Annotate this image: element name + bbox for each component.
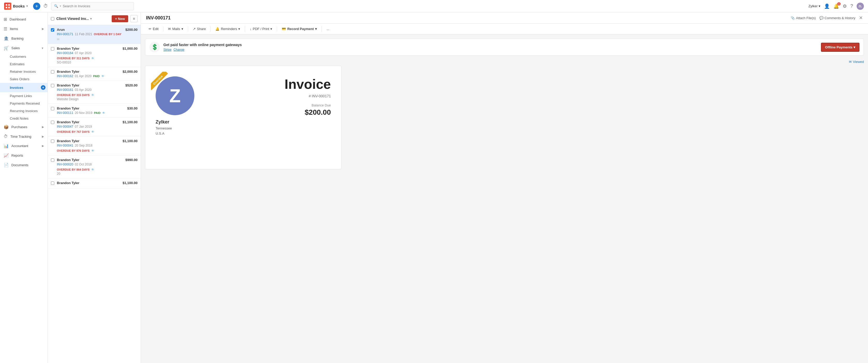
sidebar-item-invoices[interactable]: Invoices + [0,83,48,92]
invoice-sub: 20 [57,172,123,175]
toolbar-divider [163,26,163,32]
invoice-customer-name: Brandon Tyler [57,158,123,162]
table-row[interactable]: Brandon Tyler INV-000041 20 Sep 2018 OVE… [48,136,141,155]
invoices-add-icon[interactable]: + [41,85,45,90]
global-add-button[interactable]: + [33,3,40,10]
history-icon[interactable]: ⏱ [43,3,48,9]
new-invoice-button[interactable]: + New [112,15,128,22]
offline-payments-label: Offline Payments [825,45,852,49]
invoice-date: 07 Apr 2020 [75,51,92,55]
sidebar-label-sales: Sales [11,46,20,50]
invoice-number-link[interactable]: INV-000020 [57,163,73,166]
invoice-number-display: # INV-000171 [215,94,331,98]
sidebar-item-time-tracking[interactable]: ⏱ Time Tracking ▶ [0,132,48,141]
list-filter-button[interactable]: Client Viewed Inv... ▾ [56,17,92,21]
row-checkbox[interactable] [51,28,54,32]
table-row[interactable]: Brandon Tyler INV-000162 01 Apr 2020 PAI… [48,67,141,81]
comments-history-button[interactable]: 💬 Comments & History [819,16,855,20]
table-row[interactable]: Brandon Tyler INV-000020 02 Oct 2018 OVE… [48,155,141,178]
attach-files-button[interactable]: 📎 Attach File(s) [791,16,816,20]
share-button[interactable]: ↗ Share [190,26,209,32]
row-checkbox[interactable] [51,182,54,185]
share-label: Share [197,27,206,31]
invoice-number-link[interactable]: INV-000161 [57,88,73,92]
sidebar-item-sales[interactable]: 🛒 Sales ▼ [0,43,48,53]
row-checkbox[interactable] [51,47,54,51]
row-checkbox[interactable] [51,84,54,87]
sidebar-item-banking[interactable]: 🏦 Banking [0,34,48,43]
edit-button[interactable]: ✏ Edit [146,26,161,32]
search-filter-icon[interactable]: ▾ [60,4,61,8]
invoice-number-link[interactable]: INV-000162 [57,74,73,78]
eye-icon: 👁 [102,111,105,115]
table-row[interactable]: Arun INV-000171 11 Feb 2021 OVERDUE BY 1… [48,25,141,44]
offline-payments-button[interactable]: Offline Payments ▾ [821,43,860,52]
search-bar[interactable]: 🔍 ▾ [51,2,134,10]
sidebar-item-recurring-invoices[interactable]: Recurring Invoices [0,107,48,115]
stripe-link[interactable]: Stripe [163,48,172,52]
invoice-number-link[interactable]: INV-000047 [57,125,73,129]
select-all-checkbox[interactable] [51,17,54,21]
mails-label: Mails [172,27,180,31]
user-menu[interactable]: Zylker ▾ [809,4,820,8]
edit-label: Edit [153,27,158,31]
list-title-chevron-icon: ▾ [90,17,92,21]
sidebar-item-dashboard[interactable]: ⊞ Dashboard [0,15,48,24]
sidebar-item-payment-links[interactable]: Payment Links [0,92,48,100]
more-options-button[interactable]: ... [324,26,332,32]
logo-area[interactable]: Books ▾ [4,3,28,10]
invoice-info: Arun INV-000171 11 Feb 2021 OVERDUE BY 1… [57,28,123,41]
invoice-customer-name: Arun [57,28,123,32]
notifications-icon[interactable]: 🔔 4 [833,3,839,9]
sidebar-item-payments-received[interactable]: Payments Received [0,100,48,107]
invoice-info: Brandon Tyler INV-000164 07 Apr 2020 OVE… [57,47,120,64]
invoice-amount: $1,100.00 [123,139,137,143]
change-link[interactable]: Change [174,48,184,52]
invoice-status: OVERDUE BY 876 DAYS [57,149,90,152]
table-row[interactable]: Brandon Tyler INV-000047 07 Jan 2019 OVE… [48,117,141,136]
table-row[interactable]: Brandon Tyler INV-000161 03 Apr 2020 OVE… [48,81,141,104]
row-checkbox[interactable] [51,107,54,110]
row-checkbox[interactable] [51,121,54,124]
sidebar: ⊞ Dashboard ☰ Items ▶ 🏦 Banking 🛒 Sales … [0,12,48,363]
sidebar-label-dashboard: Dashboard [9,17,26,21]
invoice-number-link[interactable]: INV-000111 [57,111,73,115]
sidebar-item-reports[interactable]: 📈 Reports [0,151,48,160]
table-row[interactable]: Brandon Tyler INV-000164 07 Apr 2020 OVE… [48,44,141,67]
sidebar-item-purchases[interactable]: 📦 Purchases ▶ [0,122,48,132]
help-icon[interactable]: ? [850,3,853,9]
sidebar-item-credit-notes[interactable]: Credit Notes [0,115,48,122]
row-checkbox[interactable] [51,140,54,143]
pdf-print-button[interactable]: ↓ PDF / Print ▾ [247,26,275,32]
list-menu-button[interactable]: ≡ [130,15,137,22]
row-checkbox[interactable] [51,70,54,74]
sidebar-item-sales-orders[interactable]: Sales Orders [0,75,48,83]
purchases-arrow-icon: ▶ [42,125,44,129]
sidebar-item-accountant[interactable]: 📊 Accountant ▶ [0,141,48,151]
avatar[interactable]: ZL [857,3,864,10]
row-checkbox-col [51,83,54,88]
invoice-number-link[interactable]: INV-000171 [57,32,73,36]
time-tracking-icon: ⏱ [4,134,8,139]
dashboard-icon: ⊞ [4,17,7,22]
row-checkbox[interactable] [51,159,54,162]
record-payment-icon: 💳 [282,27,286,31]
settings-icon[interactable]: ⚙ [843,3,847,9]
sidebar-item-items[interactable]: ☰ Items ▶ [0,24,48,34]
table-row[interactable]: Brandon Tyler $1,100.00 [48,178,141,189]
sidebar-item-estimates[interactable]: Estimates [0,60,48,68]
sidebar-item-documents[interactable]: 📄 Documents [0,160,48,170]
invoice-number-link[interactable]: INV-000164 [57,51,73,55]
svg-rect-2 [6,7,7,8]
sidebar-item-retainer-invoices[interactable]: Retainer Invoices [0,68,48,75]
contacts-icon[interactable]: 👤 [824,3,830,9]
invoice-number-link[interactable]: INV-000041 [57,144,73,147]
reminders-button[interactable]: 🔔 Reminders ▾ [213,26,243,32]
close-detail-button[interactable]: ✕ [859,15,863,21]
sidebar-item-customers[interactable]: Customers [0,53,48,60]
table-row[interactable]: Brandon Tyler INV-000111 20 Nov 2019 PAI… [48,104,141,117]
invoice-meta: INV-000171 11 Feb 2021 OVERDUE BY 1 DAY … [57,32,123,41]
record-payment-button[interactable]: 💳 Record Payment ▾ [279,26,319,32]
mails-button[interactable]: ✉ Mails ▾ [165,26,186,32]
search-input[interactable] [63,4,131,8]
